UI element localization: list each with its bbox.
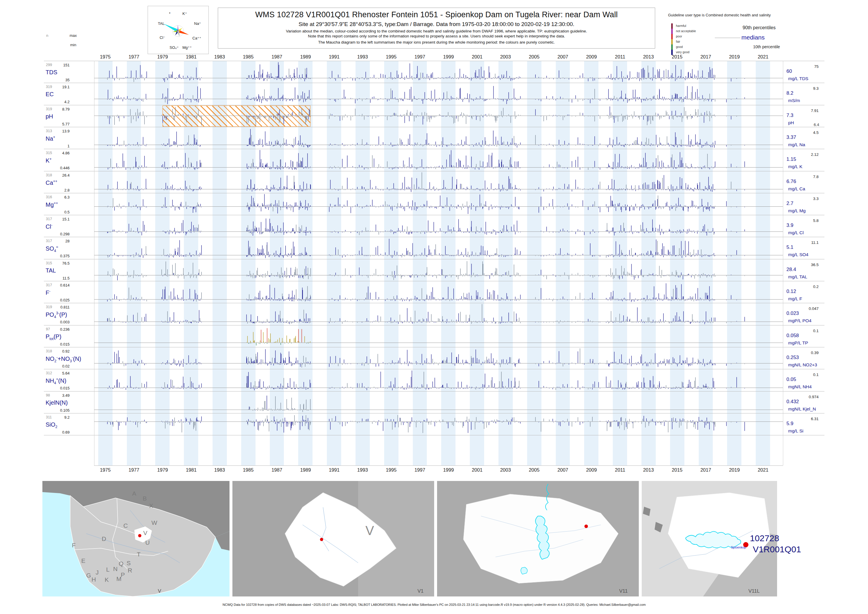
row-parameter-name: Mg++ <box>46 201 58 208</box>
year-tick-label: 1985 <box>238 467 259 473</box>
drainage-region-letter: J <box>96 569 99 576</box>
row-unit-label: mg/L SO4 <box>788 252 808 257</box>
drainage-region-letter: X <box>149 502 153 509</box>
row-median-value: 0.432 <box>786 399 799 405</box>
row-parameter-name: SiO2 <box>46 421 57 429</box>
sample-bars <box>108 349 736 367</box>
legend-class-label: poor <box>676 34 682 38</box>
year-tick-label: 2019 <box>724 467 745 473</box>
drainage-region-letter: T <box>137 551 141 558</box>
col-header-n: n <box>46 33 48 38</box>
row-unit-label: mg/L Na <box>788 142 805 147</box>
page-title: WMS 102728 V1R001Q01 Rhenoster Fontein 1… <box>255 10 618 19</box>
row-parameter-name: NH4+(N) <box>46 377 67 385</box>
row-max-value: 13.9 <box>52 129 70 133</box>
row-max-value: 9.2 <box>52 415 70 420</box>
row-median-value: 28.4 <box>786 267 796 273</box>
footer-provenance: NCWQ Data for 102728 from copies of DWS … <box>117 603 751 606</box>
row-max-value: 15.1 <box>52 217 70 221</box>
row-max-value: 6.3 <box>52 195 70 199</box>
row-min-value: 0.446 <box>52 166 70 170</box>
row-median-value: 0.05 <box>786 377 796 383</box>
row-unit-label: mgP/L TP <box>788 340 808 346</box>
year-tick-label: 1991 <box>324 467 344 473</box>
plot-right-edge <box>783 61 783 465</box>
row-min-value: 4.2 <box>52 100 70 104</box>
row-parameter-name: TAL <box>46 267 56 274</box>
site-marker <box>138 534 141 537</box>
row-median-value: 60 <box>786 68 792 74</box>
row-median-value: 0.253 <box>786 355 799 361</box>
row-90th-percentile: 0.1 <box>789 372 818 377</box>
sample-bars <box>107 172 731 191</box>
row-min-value: 0.298 <box>52 232 70 236</box>
row-90th-percentile: 0.974 <box>789 395 818 399</box>
sample-bars <box>107 86 745 104</box>
drainage-region-letter: L <box>106 566 110 573</box>
row-unit-label: mgN/L Kjel_N <box>788 406 816 412</box>
drainage-region-letter: S <box>127 560 131 566</box>
legend-90th-label: 90th percentiles <box>742 25 795 30</box>
year-tick-label: 2015 <box>667 467 687 473</box>
maucha-diagram: *K⁺TALNa⁺Cl⁻Ca⁺⁺SO₄⁼Mg⁺⁺ <box>148 6 209 54</box>
year-tick-label: 1999 <box>438 54 459 60</box>
drainage-region-letter: R <box>128 567 132 574</box>
sample-bars <box>140 372 709 390</box>
map-catchment-v1: V <box>232 481 434 597</box>
row-parameter-name: SO4= <box>46 245 58 253</box>
row-parameter-name: TDS <box>46 69 57 76</box>
legend-color-swatch <box>671 23 673 29</box>
drainage-region-letter: K <box>105 576 109 583</box>
site-subtitle: Site at 29°30'57.9"E 28°40'53.3"S, type:… <box>299 21 574 28</box>
year-tick-label: 2007 <box>553 54 573 60</box>
row-min-value: 0.003 <box>52 320 70 324</box>
maucha-ion-label: K⁺ <box>183 11 187 16</box>
year-tick-label: 1975 <box>95 467 115 473</box>
year-tick-label: 2017 <box>696 54 716 60</box>
year-tick-label: 2001 <box>467 467 487 473</box>
title-box: WMS 102728 V1R001Q01 Rhenoster Fontein 1… <box>218 8 655 48</box>
year-tick-label: 1999 <box>438 467 459 473</box>
row-median-value: 0.12 <box>786 288 796 295</box>
legend-color-swatch <box>671 45 673 50</box>
sample-bars <box>107 416 745 433</box>
year-tick-label: 1989 <box>295 54 316 60</box>
drainage-region-letter: E <box>81 557 85 564</box>
row-90th-percentile: 3.3 <box>789 197 818 201</box>
note-variation: Variation about the median, colour-coded… <box>286 29 587 33</box>
row-max-value: 0.811 <box>52 305 70 309</box>
row-parameter-name: KjelN(N) <box>46 399 68 406</box>
row-min-value: 1 <box>52 144 70 148</box>
sample-bars <box>108 194 745 214</box>
drainage-region-letter: M <box>116 575 122 582</box>
year-tick-label: 1983 <box>209 54 230 60</box>
maucha-ion-label: Mg⁺⁺ <box>183 45 192 50</box>
row-unit-label: mg/L TAL <box>788 274 807 279</box>
map4-region-label: V11L <box>749 588 760 594</box>
legend-color-swatch <box>671 39 673 45</box>
maucha-ion-label: * <box>169 11 170 16</box>
year-tick-label: 2005 <box>524 467 544 473</box>
year-tick-label: 1983 <box>209 467 230 473</box>
drainage-region-letter: Q <box>119 560 123 567</box>
sample-bars <box>248 343 308 345</box>
sample-bars <box>109 106 731 124</box>
sample-bars <box>108 62 745 82</box>
sample-bars <box>108 150 745 170</box>
note-maucha: The Maucha diagram to the left summarise… <box>318 40 555 45</box>
drainage-region-letter: A <box>132 490 136 497</box>
year-tick-label: 1993 <box>352 467 373 473</box>
year-tick-label: 1987 <box>267 54 287 60</box>
row-unit-label: mgN/L NH4 <box>788 384 812 389</box>
drainage-region-letter: F <box>72 542 76 549</box>
row-median-value: 0.023 <box>786 310 799 316</box>
sample-bars <box>107 65 715 82</box>
plot-bottom-line <box>94 465 783 466</box>
row-median-value: 6.76 <box>786 179 796 185</box>
row-parameter-name: Cl- <box>46 223 52 230</box>
row-median-value: 3.37 <box>786 135 796 140</box>
svg-text:V: V <box>366 523 374 538</box>
station-number-label: 102728 <box>750 533 779 543</box>
row-min-value: 35 <box>52 78 70 82</box>
row-90th-percentile: 9.3 <box>789 86 818 91</box>
